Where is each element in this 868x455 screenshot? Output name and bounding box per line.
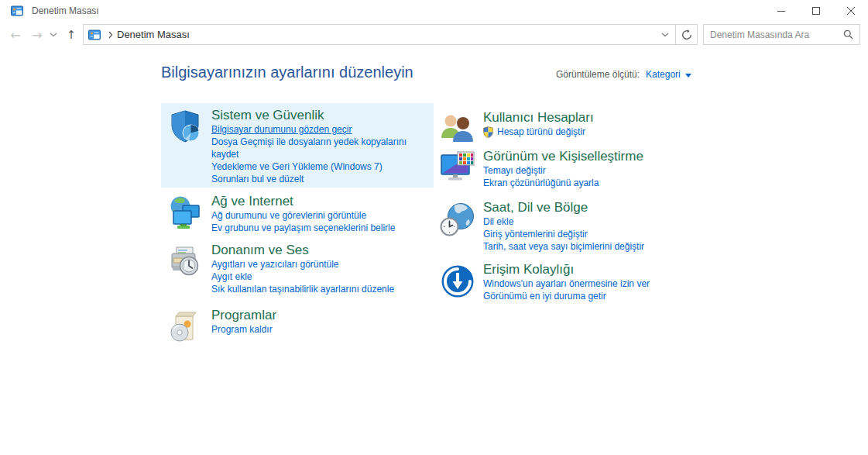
minimize-button[interactable] (763, 0, 798, 22)
task-file-history-backup[interactable]: Dosya Geçmişi ile dosyaların yedek kopya… (211, 136, 428, 160)
task-let-windows-suggest-settings[interactable]: Windows'un ayarları önermesine izin ver (483, 277, 701, 290)
task-add-device[interactable]: Aygıt ekle (211, 271, 428, 283)
category-title-programs[interactable]: Programlar (211, 307, 428, 323)
task-uninstall-program[interactable]: Program kaldır (211, 323, 428, 336)
view-by-label: Görüntüleme ölçütü: (556, 69, 640, 80)
ease-of-access-icon[interactable] (439, 263, 476, 300)
back-button[interactable]: ← (6, 22, 25, 48)
window-title: Denetim Masası (32, 5, 99, 16)
task-change-theme[interactable]: Temayı değiştir (483, 164, 701, 177)
category-programs[interactable]: Programlar Program kaldır (161, 303, 434, 350)
category-network-internet[interactable]: Ağ ve Internet Ağ durumunu ve görevlerin… (161, 189, 434, 238)
category-title-ease-of-access[interactable]: Erişim Kolaylığı (483, 261, 701, 277)
maximize-button[interactable] (798, 0, 833, 22)
category-hardware-sound[interactable]: Donanım ve Ses Aygıtları ve yazıcıları g… (161, 238, 434, 299)
category-title-clock-language[interactable]: Saat, Dil ve Bölge (483, 199, 701, 215)
task-change-account-type[interactable]: Hesap türünü değiştir (497, 126, 585, 138)
chevron-down-triangle-icon (685, 74, 691, 78)
breadcrumb-root[interactable]: Denetim Masası (117, 29, 190, 40)
task-optimize-visual-display[interactable]: Görünümü en iyi duruma getir (483, 290, 701, 302)
window-controls (763, 0, 868, 22)
category-title-system-security[interactable]: Sistem ve Güvenlik (211, 107, 428, 123)
category-title-user-accounts[interactable]: Kullanıcı Hesapları (483, 109, 701, 126)
security-shield-icon[interactable] (166, 109, 204, 146)
control-panel-window: Denetim Masası ← → ↑ (0, 0, 868, 455)
refresh-button[interactable] (675, 25, 697, 44)
task-view-network-status[interactable]: Ağ durumunu ve görevlerini görüntüle (211, 209, 428, 222)
recent-pages-dropdown[interactable] (47, 22, 60, 48)
task-troubleshoot[interactable]: Sorunları bul ve düzelt (211, 173, 428, 185)
view-by-value: Kategori (646, 69, 681, 80)
category-title-appearance[interactable]: Görünüm ve Kişiselleştirme (483, 148, 701, 164)
view-by-control: Görüntüleme ölçütü: Kategori (556, 69, 691, 80)
category-clock-language-region[interactable]: Saat, Dil ve Bölge Dil ekle Giriş yöntem… (434, 195, 706, 257)
task-mobility-settings[interactable]: Sık kullanılan taşınabilirlik ayarlarını… (211, 283, 428, 295)
up-button[interactable]: ↑ (62, 22, 81, 48)
breadcrumb-chevron-icon[interactable] (108, 31, 113, 39)
task-change-date-time-formats[interactable]: Tarih, saat veya sayı biçimlerini değişt… (483, 240, 701, 253)
address-bar[interactable]: Denetim Masası (83, 24, 698, 45)
user-accounts-icon[interactable] (439, 111, 476, 148)
task-backup-restore-win7[interactable]: Yedekleme ve Geri Yükleme (Windows 7) (211, 160, 428, 173)
category-title-network-internet[interactable]: Ağ ve Internet (211, 193, 428, 209)
network-globe-icon[interactable] (166, 195, 204, 232)
task-review-computer-status[interactable]: Bilgisayar durumunu gözden geçir (211, 123, 428, 136)
personalization-monitor-icon[interactable] (439, 150, 476, 187)
search-icon (843, 29, 853, 40)
search-box (703, 24, 860, 45)
forward-button[interactable]: → (28, 22, 46, 48)
page-title: Bilgisayarınızın ayarlarını düzenleyin (161, 64, 413, 81)
task-change-input-methods[interactable]: Giriş yöntemlerini değiştir (483, 228, 701, 240)
task-adjust-screen-resolution[interactable]: Ekran çözünürlüğünü ayarla (483, 177, 701, 189)
program-box-icon[interactable] (166, 309, 204, 346)
category-appearance-personalization[interactable]: Görünüm ve Kişiselleştirme Temayı değişt… (434, 144, 706, 193)
printer-hardware-icon[interactable] (166, 243, 204, 281)
category-system-security[interactable]: Sistem ve Güvenlik Bilgisayar durumunu g… (161, 103, 434, 188)
category-ease-of-access[interactable]: Erişim Kolaylığı Windows'un ayarları öne… (434, 257, 706, 306)
view-by-dropdown[interactable]: Kategori (646, 69, 691, 80)
search-input[interactable] (704, 29, 843, 40)
task-view-devices-printers[interactable]: Aygıtları ve yazıcıları görüntüle (211, 258, 428, 271)
control-panel-icon (11, 5, 23, 17)
close-button[interactable] (833, 0, 868, 22)
address-history-dropdown[interactable] (655, 25, 675, 44)
task-homegroup-sharing[interactable]: Ev grubunu ve paylaşım seçeneklerini bel… (211, 222, 428, 234)
task-add-language[interactable]: Dil ekle (483, 215, 701, 228)
uac-shield-icon (483, 126, 493, 138)
clock-globe-icon[interactable] (439, 201, 476, 238)
control-panel-icon (88, 29, 101, 41)
category-title-hardware-sound[interactable]: Donanım ve Ses (211, 242, 428, 258)
navigation-toolbar: ← → ↑ Denetim Masası (0, 22, 868, 48)
title-bar: Denetim Masası (0, 0, 868, 22)
